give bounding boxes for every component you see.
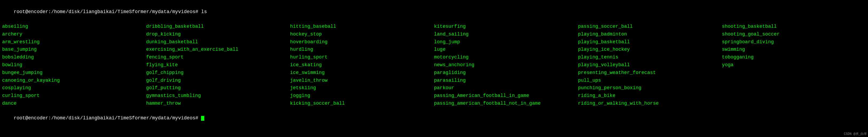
list-item: ice_swimming	[290, 69, 434, 77]
list-item: shooting_goal_soccer	[722, 30, 866, 38]
list-item: bowling	[2, 61, 146, 69]
top-prompt: root@encoder:/home/disk/liangbaikai/Time…	[13, 9, 207, 15]
list-item: hitting_baseball	[290, 23, 434, 30]
ls-column-0: abseilingarcheryarm_wrestlingbase_jumpin…	[2, 23, 146, 107]
list-item: bobsledding	[2, 53, 146, 61]
list-item: drop_kicking	[146, 30, 290, 38]
list-item: passing_soccer_ball	[578, 23, 722, 30]
list-item: motorcycling	[434, 53, 578, 61]
list-item: swimming	[722, 46, 866, 53]
list-item: bungee_jumping	[2, 69, 146, 77]
list-item: kicking_soccer_ball	[290, 100, 434, 107]
top-prompt-line: root@encoder:/home/disk/liangbaikai/Time…	[2, 1, 866, 23]
list-item: jetskiing	[290, 84, 434, 92]
list-item: archery	[2, 30, 146, 38]
list-item: springboard_diving	[722, 38, 866, 46]
list-item: canoeing_or_kayaking	[2, 77, 146, 84]
list-item: hockey_stop	[290, 30, 434, 38]
terminal-container: root@encoder:/home/disk/liangbaikai/Time…	[2, 1, 866, 129]
list-item: playing_tennis	[578, 53, 722, 61]
list-item: passing_American_football_in_game	[434, 92, 578, 100]
list-item: presenting_weather_forecast	[578, 69, 722, 77]
list-item: playing_volleyball	[578, 61, 722, 69]
list-item: exercising_with_an_exercise_ball	[146, 46, 290, 53]
list-item: golf_driving	[146, 77, 290, 84]
list-item: tobogganing	[722, 53, 866, 61]
list-item: news_anchoring	[434, 61, 578, 69]
list-item: playing_basketball	[578, 38, 722, 46]
list-item: luge	[434, 46, 578, 53]
list-item: riding_or_walking_with_horse	[578, 100, 722, 107]
list-item: dance	[2, 100, 146, 107]
list-item: shooting_basketball	[722, 23, 866, 30]
list-item: base_jumping	[2, 46, 146, 53]
list-item: playing_badminton	[578, 30, 722, 38]
list-item: golf_chipping	[146, 69, 290, 77]
list-item: javelin_throw	[290, 77, 434, 84]
list-item: golf_putting	[146, 84, 290, 92]
list-item: abseiling	[2, 23, 146, 30]
list-item: jogging	[290, 92, 434, 100]
list-item: playing_ice_hockey	[578, 46, 722, 53]
list-item: pull_ups	[578, 77, 722, 84]
bottom-prompt-line: root@encoder:/home/disk/liangbaikai/Time…	[2, 107, 866, 129]
list-item: hurdling	[290, 46, 434, 53]
list-item: parasailing	[434, 77, 578, 84]
list-item: paragliding	[434, 69, 578, 77]
list-item: passing_american_football_not_in_game	[434, 100, 578, 107]
list-item: hoverboarding	[290, 38, 434, 46]
list-item: fencing_sport	[146, 53, 290, 61]
list-item: curling_sport	[2, 92, 146, 100]
list-item: hammer_throw	[146, 100, 290, 107]
list-item: gymnastics_tumbling	[146, 92, 290, 100]
watermark: CSDN @求_白羊	[844, 132, 867, 136]
list-item: arm_wrestling	[2, 38, 146, 46]
cursor	[201, 116, 204, 121]
list-item: parkour	[434, 84, 578, 92]
list-item: flying_kite	[146, 61, 290, 69]
ls-column-4: passing_soccer_ballplaying_badmintonplay…	[578, 23, 722, 107]
list-item: cosplaying	[2, 84, 146, 92]
ls-column-3: kitesurfingland_sailinglong_jumplugemoto…	[434, 23, 578, 107]
ls-column-2: hitting_baseballhockey_stophoverboarding…	[290, 23, 434, 107]
list-item: dunking_basketball	[146, 38, 290, 46]
bottom-prompt: root@encoder:/home/disk/liangbaikai/Time…	[13, 115, 201, 121]
list-item: hurling_sport	[290, 53, 434, 61]
list-item: riding_a_bike	[578, 92, 722, 100]
list-item: ice_skating	[290, 61, 434, 69]
list-item: punching_person_boxing	[578, 84, 722, 92]
ls-column-5: shooting_basketballshooting_goal_soccers…	[722, 23, 866, 107]
list-item: land_sailing	[434, 30, 578, 38]
list-item: dribbling_basketball	[146, 23, 290, 30]
list-item: yoga	[722, 61, 866, 69]
list-item: long_jump	[434, 38, 578, 46]
ls-output: abseilingarcheryarm_wrestlingbase_jumpin…	[2, 23, 866, 107]
ls-column-1: dribbling_basketballdrop_kickingdunking_…	[146, 23, 290, 107]
list-item: kitesurfing	[434, 23, 578, 30]
